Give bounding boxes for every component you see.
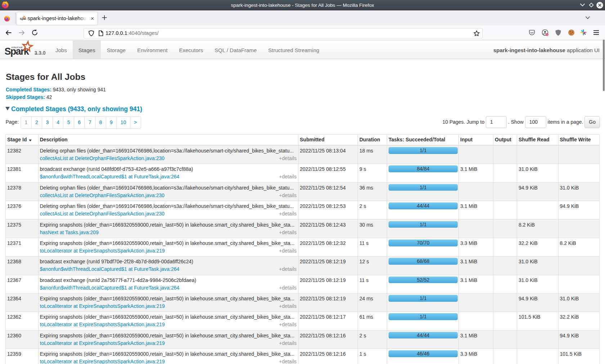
svg-text:Spark: Spark	[5, 46, 30, 56]
